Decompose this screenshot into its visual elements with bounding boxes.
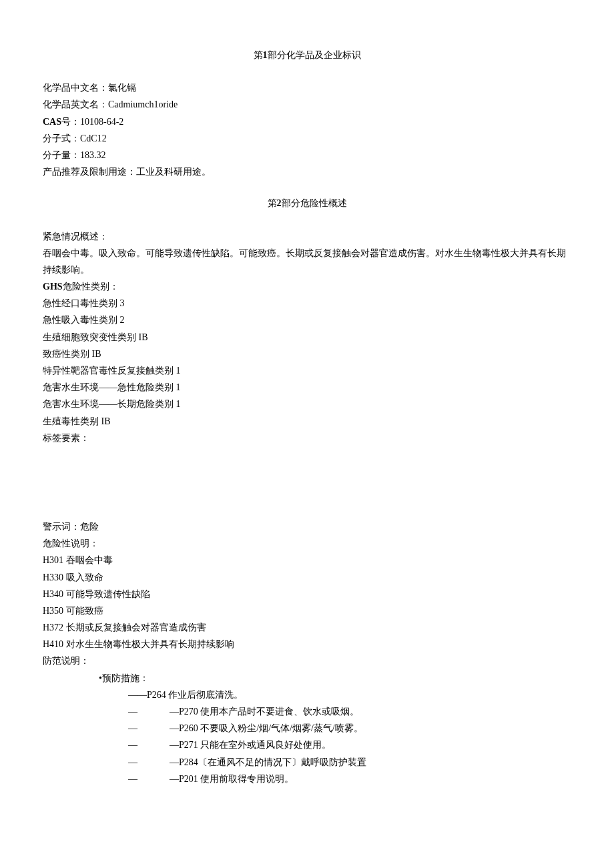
title-part: 部分危险性概述 bbox=[282, 198, 347, 208]
field-cas: CAS号：10108-64-2 bbox=[43, 113, 571, 130]
field-formula: 分子式：CdC12 bbox=[43, 130, 571, 147]
text: —P260 不要吸入粉尘/烟/气体/烟雾/蒸气/喷雾。 bbox=[170, 723, 363, 733]
ghs-line: 急性吸入毒性类别 2 bbox=[43, 312, 571, 328]
ghs-line: 致癌性类别 IB bbox=[43, 346, 571, 362]
precaution-line: ——P284〔在通风不足的情况下〕戴呼吸防护装置 bbox=[43, 754, 571, 771]
value: Cadmiumch1oride bbox=[108, 99, 178, 109]
precaution-line: ——P270 使用本产品时不要进食、饮水或吸烟。 bbox=[43, 703, 571, 720]
value: 183.32 bbox=[80, 150, 106, 160]
title-num: 1 bbox=[263, 50, 268, 60]
emergency-text: 吞咽会中毒。吸入致命。可能导致遗传性缺陷。可能致癌。长期或反复接触会对器官造成伤… bbox=[43, 245, 571, 278]
field-name-en: 化学品英文名：Cadmiumch1oride bbox=[43, 96, 571, 113]
value: 10108-64-2 bbox=[80, 117, 123, 127]
hazard-label: 危险性说明： bbox=[43, 535, 571, 552]
ghs-line: 生殖毒性类别 IB bbox=[43, 413, 571, 430]
ghs-line: 危害水生环境——长期危险类别 1 bbox=[43, 396, 571, 412]
precaution-line: ——P201 使用前取得专用说明。 bbox=[43, 771, 571, 787]
label: 分子式： bbox=[43, 133, 80, 143]
dash: — bbox=[128, 740, 137, 750]
ghs-line: 特异性靶器官毒性反复接触类别 1 bbox=[43, 362, 571, 379]
field-name-cn: 化学品中文名：氯化镉 bbox=[43, 79, 571, 96]
precaution-label: 防范说明： bbox=[43, 653, 571, 669]
ghs-suffix: 危险性类别： bbox=[63, 282, 119, 292]
label: 化学品英文名： bbox=[43, 99, 108, 109]
title-part: 部分化学品及企业标识 bbox=[268, 50, 361, 60]
emergency-label: 紧急情况概述： bbox=[43, 228, 571, 245]
dash: — bbox=[128, 723, 137, 733]
section1-content: 化学品中文名：氯化镉 化学品英文名：Cadmiumch1oride CAS号：1… bbox=[43, 79, 571, 180]
text: —P271 只能在室外或通风良好处使用。 bbox=[170, 740, 331, 750]
section1-title: 第1部分化学品及企业标识 bbox=[43, 47, 571, 63]
section2-title: 第2部分危险性概述 bbox=[43, 195, 571, 211]
ghs-label: GHS危险性类别： bbox=[43, 278, 571, 295]
label: 产品推荐及限制用途： bbox=[43, 167, 136, 177]
precaution-bullet: •预防措施： bbox=[43, 670, 571, 687]
ghs-prefix: GHS bbox=[43, 282, 63, 292]
dash: — bbox=[128, 707, 137, 717]
value: 工业及科研用途。 bbox=[136, 167, 211, 177]
label-elem: 标签要素： bbox=[43, 430, 571, 446]
text: —P201 使用前取得专用说明。 bbox=[170, 774, 294, 784]
signal-word: 警示词：危险 bbox=[43, 518, 571, 535]
text: —P284〔在通风不足的情况下〕戴呼吸防护装置 bbox=[170, 757, 366, 767]
dash: — bbox=[128, 757, 137, 767]
title-part: 第 bbox=[254, 50, 263, 60]
ghs-line: 危害水生环境——急性危险类别 1 bbox=[43, 379, 571, 396]
value: 危险 bbox=[80, 522, 99, 532]
hazard-line: H330 吸入致命 bbox=[43, 569, 571, 586]
value: 氯化镉 bbox=[108, 83, 136, 93]
dash: — bbox=[128, 774, 137, 784]
hazard-line: H340 可能导致遗传性缺陷 bbox=[43, 586, 571, 602]
field-use: 产品推荐及限制用途：工业及科研用途。 bbox=[43, 163, 571, 180]
ghs-line: 急性经口毒性类别 3 bbox=[43, 295, 571, 312]
section2-content: 紧急情况概述： 吞咽会中毒。吸入致命。可能导致遗传性缺陷。可能致癌。长期或反复接… bbox=[43, 228, 571, 787]
label: 警示词： bbox=[43, 522, 80, 532]
label-bold: CAS bbox=[43, 117, 61, 127]
label: 分子量： bbox=[43, 150, 80, 160]
field-mw: 分子量：183.32 bbox=[43, 147, 571, 163]
precaution-line: ——P264 作业后彻底清洗。 bbox=[43, 687, 571, 703]
title-num: 2 bbox=[277, 198, 282, 208]
hazard-line: H410 对水生生物毒性极大并具有长期持续影响 bbox=[43, 636, 571, 653]
hazard-line: H301 吞咽会中毒 bbox=[43, 552, 571, 568]
text: —P270 使用本产品时不要进食、饮水或吸烟。 bbox=[170, 707, 359, 717]
value: CdC12 bbox=[80, 133, 107, 143]
precaution-line: ——P260 不要吸入粉尘/烟/气体/烟雾/蒸气/喷雾。 bbox=[43, 720, 571, 737]
hazard-line: H372 长期或反复接触会对器官造成伤害 bbox=[43, 619, 571, 636]
hazard-line: H350 可能致癌 bbox=[43, 602, 571, 619]
ghs-line: 生殖细胞致突变性类别 IB bbox=[43, 329, 571, 346]
title-part: 第 bbox=[268, 198, 277, 208]
precaution-line: ——P271 只能在室外或通风良好处使用。 bbox=[43, 737, 571, 753]
label: 化学品中文名： bbox=[43, 83, 108, 93]
label: 号： bbox=[61, 117, 80, 127]
